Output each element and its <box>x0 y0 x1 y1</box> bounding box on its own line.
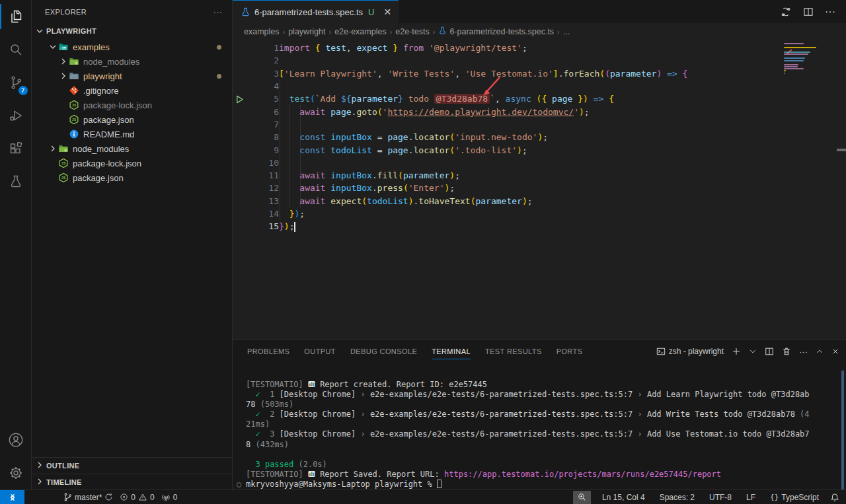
explorer-icon[interactable] <box>0 0 32 33</box>
terminal-output[interactable]: [TESTOMATIO] Report created. Report ID: … <box>233 363 846 489</box>
breadcrumb-item[interactable]: examples <box>244 27 280 36</box>
terminal-line: 3 passed (2.0s) <box>246 460 837 470</box>
panel-more-actions-icon[interactable]: ··· <box>799 347 808 357</box>
editor-scrollbar[interactable] <box>837 149 846 151</box>
tab-6-parametrized-tests[interactable]: 6-parametrized-tests.spec.ts U ✕ <box>233 0 399 23</box>
terminal-scrollbar[interactable] <box>841 371 844 489</box>
cursor-position-status[interactable]: Ln 15, Col 4 <box>599 490 648 504</box>
panel-tab-terminal[interactable]: TERMINAL <box>432 340 471 363</box>
code-editor[interactable]: 1import { test, expect } from '@playwrig… <box>233 40 846 340</box>
code-line-11: 11 await inputBox.fill(parameter); <box>233 169 846 182</box>
breadcrumb-item[interactable]: 6-parametrized-tests.spec.ts <box>438 26 554 37</box>
panel-tab-test-results[interactable]: TEST RESULTS <box>485 340 542 363</box>
code-line-10: 10 <box>233 157 846 169</box>
line-number: 2 <box>249 55 279 65</box>
code-line-2: 2 <box>233 54 846 67</box>
section-header-outline[interactable]: OUTLINE <box>32 458 232 474</box>
tree-item-node-modules[interactable]: node_modules <box>32 54 232 69</box>
code-line-8: 8 const inputBox = page.locator('input.n… <box>233 131 846 143</box>
run-debug-icon[interactable] <box>0 99 32 132</box>
indentation-status[interactable]: Spaces: 2 <box>656 490 698 504</box>
terminal-dropdown-chevron-icon[interactable] <box>749 347 757 355</box>
terminal-line <box>246 450 837 460</box>
extensions-icon[interactable] <box>0 132 32 165</box>
code-line-4: 4 <box>233 80 846 92</box>
tab-label: 6-parametrized-tests.spec.ts <box>254 7 363 17</box>
line-number: 14 <box>249 209 279 219</box>
source-control-badge: 7 <box>18 85 28 96</box>
remote-icon <box>8 493 17 502</box>
settings-gear-icon[interactable] <box>0 456 32 489</box>
section-header-timeline[interactable]: TIMELINE <box>32 474 232 489</box>
tree-item-examples[interactable]: examples <box>32 40 232 54</box>
radio-tower-icon <box>161 493 171 502</box>
tree-item--gitignore[interactable]: .gitignore <box>32 83 232 98</box>
git-icon <box>69 85 79 96</box>
kill-terminal-trash-icon[interactable] <box>782 347 791 356</box>
breadcrumb-item[interactable]: e2e-tests <box>395 27 429 36</box>
panel-tab-problems[interactable]: PROBLEMS <box>247 340 289 363</box>
warning-icon <box>138 493 147 501</box>
minimap[interactable] <box>784 43 825 75</box>
git-branch-status[interactable]: master* <box>60 490 116 504</box>
sync-icon <box>104 493 113 501</box>
section-header-playwright[interactable]: PLAYWRIGHT <box>32 24 232 38</box>
tree-item-package-json[interactable]: JSpackage.json <box>32 112 232 127</box>
zoom-indicator[interactable] <box>573 491 591 504</box>
open-changes-icon[interactable] <box>780 6 792 18</box>
tab-close-icon[interactable]: ✕ <box>383 7 391 17</box>
breadcrumb-item[interactable]: ... <box>563 27 570 36</box>
section-label: OUTLINE <box>46 462 79 470</box>
eol-status[interactable]: LF <box>743 490 759 504</box>
accounts-icon[interactable] <box>0 423 32 456</box>
terminal-line: ✓ 3 [Desktop Chrome] › e2e-examples/e2e-… <box>246 429 837 439</box>
tree-item-package-lock-json[interactable]: JSpackage-lock.json <box>32 156 232 170</box>
tree-item-package-lock-json[interactable]: JSpackage-lock.json <box>32 98 232 112</box>
line-number: 1 <box>249 43 279 53</box>
new-terminal-icon[interactable] <box>732 347 741 356</box>
maximize-panel-chevron-icon[interactable] <box>816 347 824 355</box>
branch-icon <box>63 492 72 502</box>
explorer-more-actions-icon[interactable]: ··· <box>213 8 223 16</box>
tree-item-readme-md[interactable]: README.md <box>32 127 232 141</box>
split-terminal-icon[interactable] <box>765 347 774 356</box>
chevron-down-icon <box>34 26 45 36</box>
search-icon[interactable] <box>0 33 32 66</box>
status-bar: master* 0 0 0 <box>0 489 846 504</box>
code-line-6: 6 await page.goto('https://demo.playwrig… <box>233 105 846 118</box>
problems-status[interactable]: 0 0 <box>116 490 157 504</box>
run-test-icon[interactable] <box>235 94 244 106</box>
split-editor-icon[interactable] <box>802 6 814 18</box>
tree-item-playwright[interactable]: playwright <box>32 69 232 83</box>
tree-item-label: package.json <box>83 115 134 125</box>
close-panel-icon[interactable] <box>831 347 839 355</box>
chevron-down-icon <box>48 42 58 52</box>
terminal-line: 8 (432ms) <box>246 440 837 450</box>
notifications-bell-icon[interactable] <box>830 493 839 502</box>
terminal-line: ✓ 1 [Desktop Chrome] › e2e-examples/e2e-… <box>246 390 837 400</box>
text-cursor <box>294 222 295 232</box>
modified-dot-badge <box>217 45 221 50</box>
chevron-right-icon <box>48 143 58 154</box>
remote-indicator[interactable] <box>0 490 24 504</box>
editor-more-actions-icon[interactable]: ··· <box>825 6 835 18</box>
source-control-icon[interactable]: 7 <box>0 66 32 99</box>
panel-tab-ports[interactable]: PORTS <box>557 340 583 363</box>
breadcrumb-item[interactable]: playwright <box>288 27 325 36</box>
forwarded-ports-status[interactable]: 0 <box>158 490 181 504</box>
breadcrumb-item[interactable]: e2e-examples <box>334 27 387 36</box>
encoding-status[interactable]: UTF-8 <box>706 490 735 504</box>
terminal-instance-select[interactable]: zsh - playwright <box>656 347 724 356</box>
testing-icon[interactable] <box>0 165 32 198</box>
language-mode-status[interactable]: {} TypeScript <box>767 490 822 504</box>
folder-examples-icon <box>58 42 69 52</box>
panel-tab-debug-console[interactable]: DEBUG CONSOLE <box>350 340 417 363</box>
panel-tab-output[interactable]: OUTPUT <box>304 340 336 363</box>
json-icon: JS <box>69 100 79 110</box>
tree-item-node-modules[interactable]: node_modules <box>32 141 232 156</box>
tab-git-status: U <box>368 7 374 17</box>
line-number: 4 <box>249 81 279 91</box>
chevron-right-icon <box>34 460 45 472</box>
line-number: 12 <box>249 183 279 193</box>
tree-item-package-json[interactable]: JSpackage.json <box>32 170 232 185</box>
